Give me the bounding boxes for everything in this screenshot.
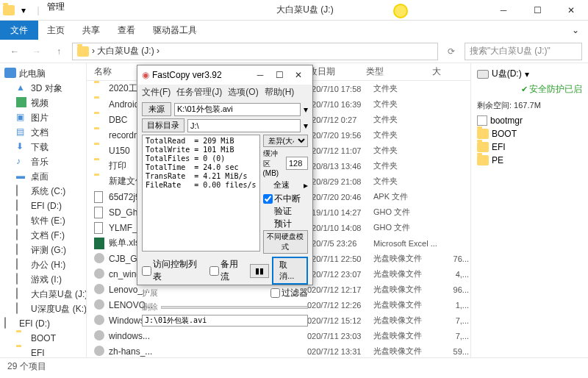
fc-minimize-button[interactable]: ─ <box>251 70 270 80</box>
tree-item[interactable]: ▬桌面 <box>0 169 86 184</box>
fc-alt-check[interactable] <box>209 266 219 276</box>
fc-acl-check[interactable] <box>142 266 151 276</box>
fc-menu-opt[interactable]: 选项(O) <box>228 86 258 99</box>
mus-icon: ♪ <box>16 156 28 168</box>
fc-title: FastCopy ver3.92 <box>152 70 251 80</box>
highlight-marker <box>393 4 408 18</box>
close-button[interactable]: ✕ <box>554 0 588 21</box>
tree-item[interactable]: BOOT <box>0 331 86 346</box>
tab-home[interactable]: 主页 <box>38 21 74 40</box>
search-input[interactable]: 搜索"大白菜U盘 (J:)" <box>465 43 582 60</box>
tree-item[interactable]: ♪音乐 <box>0 154 86 169</box>
down-icon[interactable]: ▾ <box>18 4 29 16</box>
tree-item[interactable]: 软件 (E:) <box>0 213 86 228</box>
up-button[interactable]: ↑ <box>50 43 68 60</box>
maximize-button[interactable]: ☐ <box>520 0 554 21</box>
tree-item[interactable]: 此电脑 <box>0 66 86 81</box>
address-bar[interactable]: › 大白菜U盘 (J:) › <box>72 43 438 60</box>
fc-diskmode-select[interactable]: 不同硬盘模式 <box>263 230 308 254</box>
iso-icon <box>94 268 106 280</box>
fc-verify-label: 验证 <box>274 205 292 218</box>
fc-nobreak-check[interactable] <box>263 194 273 204</box>
tree-item[interactable]: 办公 (H:) <box>0 257 86 272</box>
fc-stats: TotalRead = 209 MiB TotalWrite = 101 MiB… <box>142 135 260 252</box>
fc-progress-bar <box>161 306 308 309</box>
fc-menu-file[interactable]: 文件(F) <box>142 86 171 99</box>
rp-item[interactable]: PE <box>474 154 585 167</box>
fc-cancel-button[interactable]: 取消... <box>272 257 308 285</box>
drv-icon <box>16 274 28 285</box>
fc-dest-button[interactable]: 目标目录 <box>142 118 184 132</box>
file-row[interactable]: windows...020/7/11 23:03光盘映像文件7,... <box>87 328 470 343</box>
doc-icon: ▤ <box>16 126 28 138</box>
fld-icon <box>94 160 106 172</box>
back-button[interactable]: ← <box>6 43 24 60</box>
tree-item[interactable]: EFI (D:) <box>0 316 86 331</box>
drv-icon <box>16 259 28 271</box>
fc-close-button[interactable]: ✕ <box>289 70 308 80</box>
tab-drivetools[interactable]: 驱动器工具 <box>144 21 206 40</box>
fc-current-file: J:\01外包装.avi <box>142 315 308 327</box>
ribbon-expand-icon[interactable]: ⌄ <box>563 21 588 40</box>
divider-icon: | <box>32 4 44 16</box>
fc-filter-check[interactable] <box>270 288 280 298</box>
fc-menu-help[interactable]: 帮助(H) <box>265 86 295 99</box>
tree-item[interactable]: 大白菜U盘 (J:) <box>0 287 86 302</box>
fc-maximize-button[interactable]: ☐ <box>270 70 289 80</box>
window-title: 大白菜U盘 (J:) <box>65 4 487 16</box>
fc-source-input[interactable] <box>174 103 301 116</box>
forward-button[interactable]: → <box>28 43 46 60</box>
item-count: 29 个项目 <box>7 360 46 373</box>
tree-item[interactable]: ▣图片 <box>0 110 86 125</box>
tree-item[interactable]: U深度U盘 (K:) <box>0 302 86 316</box>
refresh-button[interactable]: ⟳ <box>442 43 460 60</box>
tab-view[interactable]: 查看 <box>109 21 144 40</box>
mgmt-tab[interactable]: 管理 <box>47 1 65 20</box>
fc-src-dd-icon[interactable]: ▾ <box>304 104 308 115</box>
tree-item[interactable]: 游戏 (I:) <box>0 272 86 287</box>
rp-item[interactable]: bootmgr <box>474 114 585 127</box>
tree-item[interactable]: ⬇下载 <box>0 140 86 154</box>
minimize-button[interactable]: ─ <box>487 0 520 21</box>
tree-item[interactable]: 系统 (C:) <box>0 184 86 199</box>
fc-speed-label: 全速 <box>263 179 301 190</box>
fc-est-label: 预计 <box>274 218 292 230</box>
tree-item[interactable]: ▲3D 对象 <box>0 81 86 96</box>
fc-buf-label: 缓冲区(MB) <box>263 149 283 177</box>
rp-dropdown-icon[interactable]: ▾ <box>525 69 529 79</box>
fc-dest-input[interactable] <box>187 119 301 132</box>
right-pane: U盘(D:) ▾ ✔ 安全防护已启 剩余空间: 167.7M bootmgr B… <box>470 63 588 357</box>
file-tab[interactable]: 文件 <box>0 21 38 40</box>
fc-dst-dd-icon[interactable]: ▾ <box>304 121 308 131</box>
iso-icon <box>94 284 106 296</box>
fc-pause-button[interactable]: ▮▮ <box>250 264 269 278</box>
fc-source-button[interactable]: 来源 <box>142 102 171 116</box>
col-size[interactable]: 大 <box>432 65 462 78</box>
iso-icon <box>94 299 106 311</box>
fc-menu-job[interactable]: 任务管理(J) <box>176 86 222 99</box>
col-type[interactable]: 类型 <box>366 65 432 78</box>
rp-item[interactable]: EFI <box>474 140 585 154</box>
tree-item[interactable]: 文档 (F:) <box>0 228 86 243</box>
pc-icon <box>4 68 16 79</box>
tree-item[interactable]: 评测 (G:) <box>0 243 86 257</box>
nav-tree[interactable]: 此电脑▲3D 对象视频▣图片▤文档⬇下载♪音乐▬桌面系统 (C:)EFI (D:… <box>0 63 87 357</box>
fc-mode-select[interactable]: 差异(大小/日期) <box>263 135 308 147</box>
fld-icon <box>94 83 106 95</box>
file-icon <box>94 191 106 203</box>
tree-item[interactable]: ▤文档 <box>0 125 86 140</box>
file-row[interactable]: zh-hans_...020/7/12 13:31光盘映像文件59... <box>87 343 470 357</box>
tab-share[interactable]: 共享 <box>74 21 109 40</box>
xls-icon <box>94 238 106 249</box>
drv-icon <box>16 303 28 315</box>
fld-icon <box>94 114 106 126</box>
fc-speed-up-icon[interactable]: ▸ <box>304 180 308 190</box>
fc-buf-input[interactable] <box>286 157 308 170</box>
drv-icon <box>16 200 28 212</box>
tree-item[interactable]: 视频 <box>0 96 86 110</box>
tree-item[interactable]: EFI <box>0 346 86 357</box>
tree-item[interactable]: EFI (D:) <box>0 199 86 213</box>
rp-drive[interactable]: U盘(D:) <box>492 68 522 80</box>
rp-item[interactable]: BOOT <box>474 127 585 140</box>
fc-del-label: 删除 <box>142 302 158 313</box>
